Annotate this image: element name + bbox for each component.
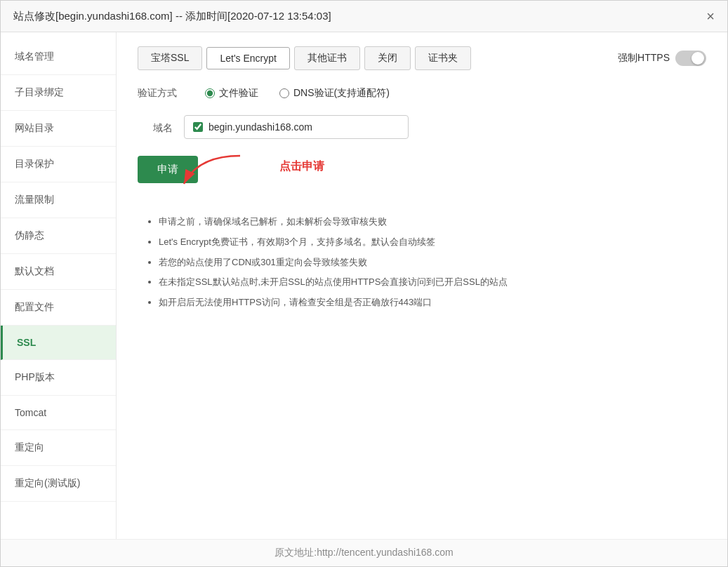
- domain-row: 域名 begin.yundashi168.com: [138, 115, 706, 139]
- sidebar-item-5[interactable]: 伪静态: [1, 218, 116, 254]
- sidebar-item-12[interactable]: 重定向(测试版): [1, 466, 116, 502]
- tab-3[interactable]: 关闭: [364, 46, 411, 70]
- dialog-header: 站点修改[begin.yundashi168.com] -- 添加时间[2020…: [1, 1, 727, 32]
- verify-label: 验证方式: [138, 87, 177, 100]
- https-toggle-switch[interactable]: [675, 51, 706, 66]
- https-toggle-container: 强制HTTPS: [618, 51, 706, 66]
- sidebar-item-9[interactable]: PHP版本: [1, 360, 116, 396]
- sidebar-item-4[interactable]: 流量限制: [1, 182, 116, 218]
- https-toggle-label: 强制HTTPS: [618, 52, 670, 65]
- tab-2[interactable]: 其他证书: [294, 46, 360, 70]
- sidebar-item-3[interactable]: 目录保护: [1, 147, 116, 182]
- radio-dns-label: DNS验证(支持通配符): [293, 87, 390, 100]
- footer-bar: 原文地址:http://tencent.yundashi168.com: [1, 539, 727, 566]
- dialog-title: 站点修改[begin.yundashi168.com] -- 添加时间[2020…: [13, 10, 331, 23]
- sidebar-item-2[interactable]: 网站目录: [1, 111, 116, 147]
- sidebar-item-1[interactable]: 子目录绑定: [1, 75, 116, 111]
- annotation-text: 点击申请: [279, 159, 324, 174]
- sidebar-item-10[interactable]: Tomcat: [1, 396, 116, 430]
- dialog-body: 域名管理子目录绑定网站目录目录保护流量限制伪静态默认文档配置文件SSLPHP版本…: [1, 32, 727, 539]
- domain-value: begin.yundashi168.com: [209, 121, 312, 133]
- annotation: 点击申请: [212, 156, 324, 198]
- sidebar: 域名管理子目录绑定网站目录目录保护流量限制伪静态默认文档配置文件SSLPHP版本…: [1, 32, 117, 539]
- note-item-2: 若您的站点使用了CDN或301重定向会导致续签失败: [159, 255, 706, 270]
- sidebar-item-11[interactable]: 重定向: [1, 430, 116, 466]
- radio-file-input[interactable]: [205, 88, 215, 98]
- tab-1[interactable]: Let's Encrypt: [206, 47, 290, 69]
- arrow-icon: [170, 149, 254, 198]
- sidebar-item-0[interactable]: 域名管理: [1, 39, 116, 75]
- close-button[interactable]: ×: [706, 9, 715, 23]
- tab-4[interactable]: 证书夹: [415, 46, 471, 70]
- radio-file-label: 文件验证: [219, 87, 258, 100]
- verify-row: 验证方式 文件验证 DNS验证(支持通配符): [138, 87, 706, 100]
- radio-file-verify[interactable]: 文件验证: [205, 87, 258, 100]
- radio-dns-verify[interactable]: DNS验证(支持通配符): [279, 87, 390, 100]
- note-item-4: 如开启后无法使用HTTPS访问，请检查安全组是否正确放行443端口: [159, 295, 706, 310]
- tabs-row: 宝塔SSLLet's Encrypt其他证书关闭证书夹 强制HTTPS: [138, 46, 706, 70]
- domain-checkbox[interactable]: [193, 122, 203, 132]
- notes-list: 申请之前，请确保域名已解析，如未解析会导致审核失败Let's Encrypt免费…: [138, 215, 706, 310]
- footer-text: 原文地址:http://tencent.yundashi168.com: [274, 547, 453, 558]
- sidebar-item-7[interactable]: 配置文件: [1, 290, 116, 326]
- domain-input-box: begin.yundashi168.com: [184, 115, 409, 139]
- radio-dns-input[interactable]: [279, 88, 289, 98]
- sidebar-item-6[interactable]: 默认文档: [1, 254, 116, 290]
- arrow-container: 点击申请: [212, 156, 324, 198]
- sidebar-item-8[interactable]: SSL: [1, 326, 116, 360]
- tab-0[interactable]: 宝塔SSL: [138, 46, 202, 70]
- domain-label: 域名: [138, 115, 173, 135]
- main-content: 宝塔SSLLet's Encrypt其他证书关闭证书夹 强制HTTPS 验证方式…: [117, 32, 727, 539]
- apply-section: 申请 点击申请: [138, 156, 706, 198]
- note-item-1: Let's Encrypt免费证书，有效期3个月，支持多域名。默认会自动续签: [159, 235, 706, 250]
- note-item-3: 在未指定SSL默认站点时,未开启SSL的站点使用HTTPS会直接访问到已开启SS…: [159, 275, 706, 290]
- note-item-0: 申请之前，请确保域名已解析，如未解析会导致审核失败: [159, 215, 706, 229]
- main-dialog: 站点修改[begin.yundashi168.com] -- 添加时间[2020…: [0, 0, 728, 567]
